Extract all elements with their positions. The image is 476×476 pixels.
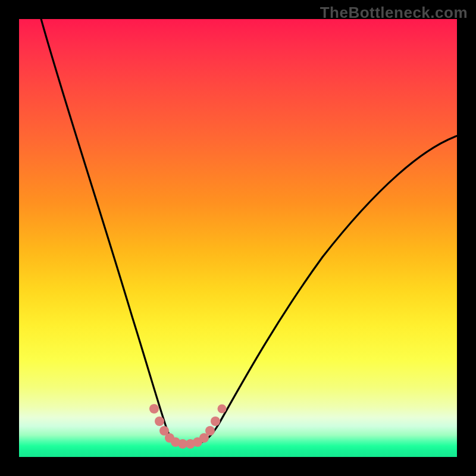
- svg-point-11: [218, 405, 227, 414]
- svg-point-10: [211, 416, 220, 426]
- svg-point-0: [149, 404, 159, 414]
- bottleneck-curve: [40, 19, 457, 443]
- watermark-text: TheBottleneck.com: [320, 4, 468, 22]
- plot-area: [19, 19, 457, 457]
- curve-svg: [19, 19, 457, 457]
- svg-point-9: [205, 426, 215, 436]
- chart-frame: TheBottleneck.com: [0, 0, 476, 476]
- svg-point-1: [155, 416, 164, 426]
